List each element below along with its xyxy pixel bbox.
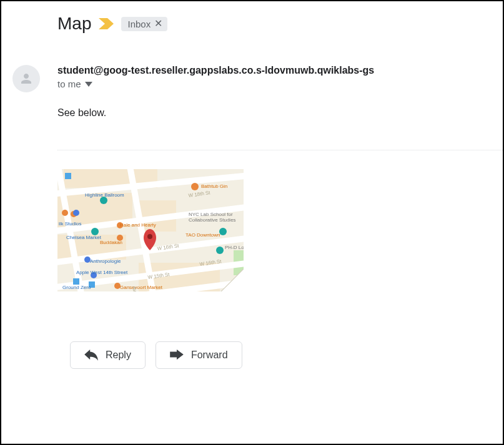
- forward-label: Forward: [191, 350, 228, 361]
- email-header: Map Inbox ✕: [1, 14, 503, 34]
- importance-marker-icon[interactable]: [99, 18, 114, 29]
- svg-text:Ground Zero: Ground Zero: [62, 285, 91, 290]
- svg-text:Anthropologie: Anthropologie: [90, 258, 121, 264]
- chevron-down-icon: [85, 82, 92, 87]
- svg-text:Ave: Ave: [131, 286, 138, 291]
- svg-point-21: [62, 210, 68, 216]
- map-image: Bathtub Gin Highline Ballroom NYC Lab Sc…: [57, 169, 244, 291]
- svg-text:TAO Downtown: TAO Downtown: [185, 232, 220, 238]
- reply-label: Reply: [106, 350, 131, 361]
- svg-text:NYC Lab School for: NYC Lab School for: [189, 212, 233, 217]
- email-subject: Map: [57, 14, 91, 34]
- svg-point-30: [147, 234, 152, 239]
- close-icon[interactable]: ✕: [154, 19, 162, 29]
- label-inbox[interactable]: Inbox ✕: [121, 17, 167, 31]
- map-attachment[interactable]: Bathtub Gin Highline Ballroom NYC Lab Sc…: [57, 169, 244, 291]
- recipient-dropdown[interactable]: to me: [57, 79, 374, 89]
- forward-button[interactable]: Forward: [156, 341, 242, 369]
- label-text: Inbox: [127, 19, 151, 29]
- actions-row: Reply Forward: [1, 341, 503, 369]
- page-corner-fold: [221, 269, 244, 291]
- recipient-text: to me: [57, 79, 81, 89]
- avatar[interactable]: [12, 65, 40, 92]
- svg-point-19: [219, 228, 227, 235]
- svg-rect-15: [73, 278, 79, 285]
- svg-text:Chelsea Market: Chelsea Market: [66, 235, 102, 240]
- person-icon: [19, 71, 34, 86]
- svg-text:Apple West 14th Street: Apple West 14th Street: [76, 270, 128, 275]
- svg-text:Buddakan: Buddakan: [100, 240, 122, 245]
- svg-text:Gansevoort Market: Gansevoort Market: [120, 285, 163, 290]
- reply-button[interactable]: Reply: [70, 341, 146, 369]
- svg-text:Bathtub Gin: Bathtub Gin: [201, 183, 227, 189]
- sender-email: student@goog-test.reseller.gappslabs.co.…: [57, 65, 374, 76]
- svg-text:Collaborative Studies: Collaborative Studies: [189, 217, 236, 223]
- svg-point-27: [73, 210, 79, 216]
- svg-text:Hale and Hearty: Hale and Hearty: [120, 222, 156, 228]
- forward-icon: [170, 350, 184, 361]
- svg-point-25: [191, 183, 199, 190]
- svg-text:ilk Studios: ilk Studios: [59, 221, 81, 227]
- svg-text:PH-D Lounge: PH-D Lounge: [225, 245, 244, 250]
- divider: [57, 150, 503, 150]
- svg-rect-14: [65, 173, 71, 179]
- svg-text:Highline Ballroom: Highline Ballroom: [85, 192, 124, 198]
- email-body: See below.: [1, 107, 503, 119]
- reply-icon: [84, 350, 98, 361]
- svg-point-20: [216, 247, 224, 254]
- sender-row: student@goog-test.reseller.gappslabs.co.…: [1, 65, 503, 92]
